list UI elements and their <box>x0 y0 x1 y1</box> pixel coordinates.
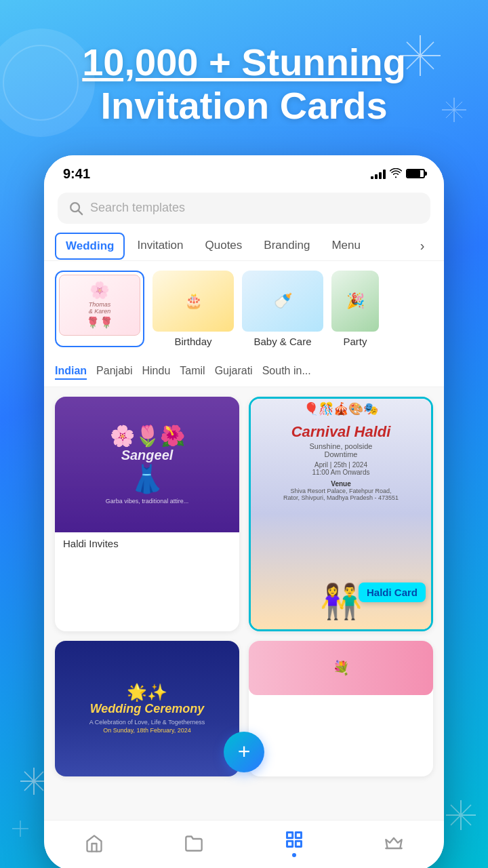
svg-line-20 <box>451 805 471 825</box>
wifi-icon <box>390 168 402 179</box>
svg-rect-27 <box>296 841 301 846</box>
wedding-ceremony-card[interactable]: 🌟✨ Wedding Ceremony A Celebration of Lov… <box>55 641 239 776</box>
baby-label: Baby & Care <box>242 336 323 347</box>
haldi-invites-label: Haldi Invites <box>55 532 239 555</box>
status-time: 9:41 <box>63 166 90 182</box>
partial-card[interactable]: 💐 <box>249 641 433 776</box>
subcategory-panjabi[interactable]: Panjabi <box>96 363 132 380</box>
tab-quotes[interactable]: Quotes <box>196 232 252 260</box>
search-container: Search templates <box>44 187 444 232</box>
party-card-image: 🎉 <box>331 271 379 332</box>
birthday-card-image: 🎂 <box>152 271 234 332</box>
wedding-card-image: 🌸 Thomas& Karen 🌹🌹 <box>59 275 140 336</box>
subcategory-tamil[interactable]: Tamil <box>180 363 205 380</box>
folder-icon <box>184 834 203 853</box>
haldi-invites-image: 🌸🌷🌺 Sangeel 👗 Garba vibes, traditional a… <box>55 397 239 532</box>
subcategory-hindu[interactable]: Hindu <box>142 363 170 380</box>
status-icons <box>371 168 425 179</box>
signal-icon <box>371 168 386 179</box>
template-card-baby[interactable]: 🍼 Baby & Care <box>242 271 323 347</box>
svg-rect-24 <box>287 832 292 837</box>
template-card-birthday[interactable]: 🎂 Birthday <box>152 271 234 347</box>
party-label: Party <box>331 336 379 347</box>
nav-folder[interactable] <box>184 834 203 853</box>
subcategory-south[interactable]: South in... <box>262 363 311 380</box>
subcategory-gujarati[interactable]: Gujarati <box>215 363 253 380</box>
svg-line-13 <box>24 772 43 791</box>
category-tabs: Wedding Invitation Quotes Branding Menu … <box>44 232 444 261</box>
haldi-card[interactable]: 🎈🎊🎪🎨🎭 Carnival Haldi Sunshine, poolsideD… <box>249 397 433 631</box>
status-bar: 9:41 <box>44 155 444 187</box>
tab-menu[interactable]: Menu <box>322 232 370 260</box>
hero-title: 10,000 + Stunning Invitation Cards <box>27 41 461 128</box>
subcategory-row: Indian Panjabi Hindu Tamil Gujarati Sout… <box>44 357 444 387</box>
cards-grid: 🌸🌷🌺 Sangeel 👗 Garba vibes, traditional a… <box>44 387 444 786</box>
bottom-nav <box>44 820 444 868</box>
svg-line-21 <box>451 805 471 825</box>
template-scroll-row: 🌸 Thomas& Karen 🌹🌹 🎂 Birthday 🍼 Baby & C… <box>44 261 444 357</box>
haldi-invites-card[interactable]: 🌸🌷🌺 Sangeel 👗 Garba vibes, traditional a… <box>55 397 239 631</box>
subcategory-indian[interactable]: Indian <box>55 363 87 380</box>
nav-crown[interactable] <box>384 834 403 853</box>
baby-card-image: 🍼 <box>242 271 323 332</box>
nav-home[interactable] <box>85 834 104 853</box>
nav-grid[interactable] <box>285 830 304 857</box>
nav-active-dot <box>292 853 296 857</box>
tab-more-chevron[interactable]: › <box>411 235 433 257</box>
fab-container: + <box>44 786 444 820</box>
svg-line-12 <box>24 772 43 791</box>
tab-invitation[interactable]: Invitation <box>127 232 192 260</box>
search-bar[interactable]: Search templates <box>58 193 430 224</box>
haldi-card-badge: Haldi Card <box>359 583 426 602</box>
template-card-party[interactable]: 🎉 Party <box>331 271 379 347</box>
phone-mockup: 9:41 Search te <box>44 155 444 868</box>
partial-card-image: 💐 <box>249 641 433 695</box>
crown-icon <box>384 834 403 853</box>
wedding-ceremony-image: 🌟✨ Wedding Ceremony A Celebration of Lov… <box>55 641 239 776</box>
template-card-wedding[interactable]: 🌸 Thomas& Karen 🌹🌹 <box>55 271 144 347</box>
svg-rect-25 <box>296 832 301 837</box>
svg-line-23 <box>79 210 83 214</box>
svg-rect-26 <box>287 841 292 846</box>
tab-branding[interactable]: Branding <box>254 232 319 260</box>
grid-icon <box>285 830 304 849</box>
battery-icon <box>406 169 425 178</box>
birthday-label: Birthday <box>152 336 234 347</box>
tab-wedding[interactable]: Wedding <box>55 233 125 260</box>
search-icon <box>68 201 83 216</box>
search-placeholder-text: Search templates <box>90 201 185 215</box>
hero-section: 10,000 + Stunning Invitation Cards <box>0 0 488 142</box>
home-icon <box>85 834 104 853</box>
fab-button[interactable]: + <box>224 732 264 772</box>
